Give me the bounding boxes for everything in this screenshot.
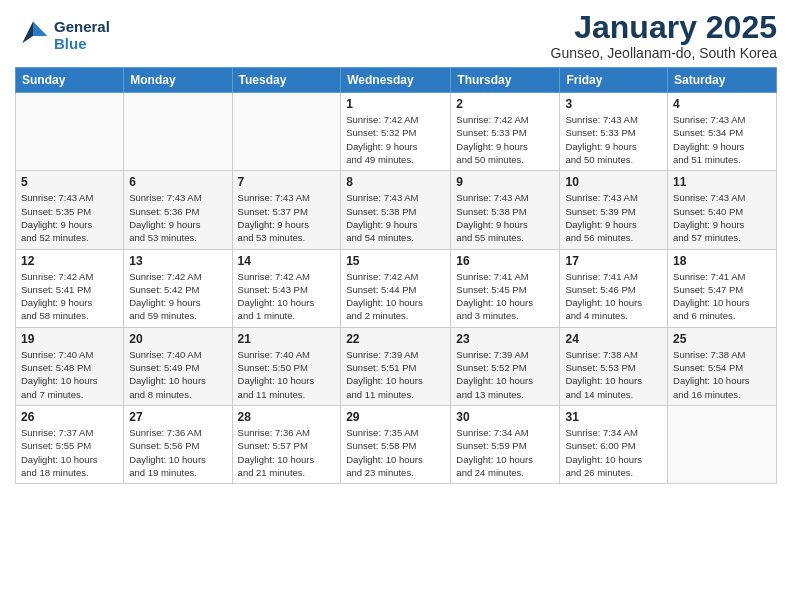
day-number: 7 (238, 175, 336, 189)
day-number: 19 (21, 332, 118, 346)
day-number: 3 (565, 97, 662, 111)
day-number: 28 (238, 410, 336, 424)
day-info: Sunrise: 7:42 AM Sunset: 5:33 PM Dayligh… (456, 113, 554, 166)
calendar-cell: 22Sunrise: 7:39 AM Sunset: 5:51 PM Dayli… (341, 327, 451, 405)
weekday-header-row: SundayMondayTuesdayWednesdayThursdayFrid… (16, 68, 777, 93)
day-info: Sunrise: 7:43 AM Sunset: 5:36 PM Dayligh… (129, 191, 226, 244)
day-info: Sunrise: 7:42 AM Sunset: 5:41 PM Dayligh… (21, 270, 118, 323)
calendar-cell: 14Sunrise: 7:42 AM Sunset: 5:43 PM Dayli… (232, 249, 341, 327)
calendar-cell: 30Sunrise: 7:34 AM Sunset: 5:59 PM Dayli… (451, 405, 560, 483)
day-info: Sunrise: 7:41 AM Sunset: 5:45 PM Dayligh… (456, 270, 554, 323)
calendar-cell (124, 93, 232, 171)
calendar-cell: 4Sunrise: 7:43 AM Sunset: 5:34 PM Daylig… (668, 93, 777, 171)
calendar-cell: 29Sunrise: 7:35 AM Sunset: 5:58 PM Dayli… (341, 405, 451, 483)
calendar-cell: 8Sunrise: 7:43 AM Sunset: 5:38 PM Daylig… (341, 171, 451, 249)
calendar-subtitle: Gunseo, Jeollanam-do, South Korea (551, 45, 777, 61)
day-number: 8 (346, 175, 445, 189)
day-number: 16 (456, 254, 554, 268)
day-number: 9 (456, 175, 554, 189)
day-number: 6 (129, 175, 226, 189)
calendar-table: SundayMondayTuesdayWednesdayThursdayFrid… (15, 67, 777, 484)
weekday-header-thursday: Thursday (451, 68, 560, 93)
day-info: Sunrise: 7:43 AM Sunset: 5:38 PM Dayligh… (346, 191, 445, 244)
day-info: Sunrise: 7:41 AM Sunset: 5:46 PM Dayligh… (565, 270, 662, 323)
day-info: Sunrise: 7:43 AM Sunset: 5:40 PM Dayligh… (673, 191, 771, 244)
day-number: 4 (673, 97, 771, 111)
day-info: Sunrise: 7:38 AM Sunset: 5:53 PM Dayligh… (565, 348, 662, 401)
day-number: 26 (21, 410, 118, 424)
weekday-header-saturday: Saturday (668, 68, 777, 93)
calendar-cell: 19Sunrise: 7:40 AM Sunset: 5:48 PM Dayli… (16, 327, 124, 405)
calendar-cell: 10Sunrise: 7:43 AM Sunset: 5:39 PM Dayli… (560, 171, 668, 249)
day-number: 13 (129, 254, 226, 268)
day-number: 14 (238, 254, 336, 268)
svg-marker-1 (22, 21, 33, 43)
calendar-cell: 16Sunrise: 7:41 AM Sunset: 5:45 PM Dayli… (451, 249, 560, 327)
calendar-title: January 2025 (551, 10, 777, 45)
calendar-cell: 26Sunrise: 7:37 AM Sunset: 5:55 PM Dayli… (16, 405, 124, 483)
calendar-cell: 13Sunrise: 7:42 AM Sunset: 5:42 PM Dayli… (124, 249, 232, 327)
day-info: Sunrise: 7:43 AM Sunset: 5:33 PM Dayligh… (565, 113, 662, 166)
calendar-cell: 31Sunrise: 7:34 AM Sunset: 6:00 PM Dayli… (560, 405, 668, 483)
weekday-header-sunday: Sunday (16, 68, 124, 93)
header: General Blue January 2025 Gunseo, Jeolla… (15, 10, 777, 67)
calendar-cell: 9Sunrise: 7:43 AM Sunset: 5:38 PM Daylig… (451, 171, 560, 249)
day-number: 5 (21, 175, 118, 189)
day-number: 21 (238, 332, 336, 346)
day-number: 2 (456, 97, 554, 111)
calendar-cell: 3Sunrise: 7:43 AM Sunset: 5:33 PM Daylig… (560, 93, 668, 171)
day-info: Sunrise: 7:39 AM Sunset: 5:51 PM Dayligh… (346, 348, 445, 401)
day-info: Sunrise: 7:40 AM Sunset: 5:48 PM Dayligh… (21, 348, 118, 401)
day-info: Sunrise: 7:36 AM Sunset: 5:57 PM Dayligh… (238, 426, 336, 479)
calendar-cell (16, 93, 124, 171)
day-number: 31 (565, 410, 662, 424)
day-number: 29 (346, 410, 445, 424)
day-info: Sunrise: 7:42 AM Sunset: 5:32 PM Dayligh… (346, 113, 445, 166)
day-number: 23 (456, 332, 554, 346)
day-number: 27 (129, 410, 226, 424)
day-info: Sunrise: 7:41 AM Sunset: 5:47 PM Dayligh… (673, 270, 771, 323)
day-number: 18 (673, 254, 771, 268)
day-info: Sunrise: 7:42 AM Sunset: 5:42 PM Dayligh… (129, 270, 226, 323)
day-number: 1 (346, 97, 445, 111)
day-info: Sunrise: 7:43 AM Sunset: 5:35 PM Dayligh… (21, 191, 118, 244)
calendar-cell: 28Sunrise: 7:36 AM Sunset: 5:57 PM Dayli… (232, 405, 341, 483)
page: General Blue January 2025 Gunseo, Jeolla… (0, 0, 792, 612)
calendar-cell: 20Sunrise: 7:40 AM Sunset: 5:49 PM Dayli… (124, 327, 232, 405)
title-block: January 2025 Gunseo, Jeollanam-do, South… (551, 10, 777, 61)
day-info: Sunrise: 7:43 AM Sunset: 5:34 PM Dayligh… (673, 113, 771, 166)
weekday-header-friday: Friday (560, 68, 668, 93)
calendar-week-row: 1Sunrise: 7:42 AM Sunset: 5:32 PM Daylig… (16, 93, 777, 171)
day-info: Sunrise: 7:40 AM Sunset: 5:50 PM Dayligh… (238, 348, 336, 401)
calendar-cell: 23Sunrise: 7:39 AM Sunset: 5:52 PM Dayli… (451, 327, 560, 405)
calendar-cell: 11Sunrise: 7:43 AM Sunset: 5:40 PM Dayli… (668, 171, 777, 249)
calendar-week-row: 5Sunrise: 7:43 AM Sunset: 5:35 PM Daylig… (16, 171, 777, 249)
day-number: 30 (456, 410, 554, 424)
day-number: 10 (565, 175, 662, 189)
calendar-cell: 2Sunrise: 7:42 AM Sunset: 5:33 PM Daylig… (451, 93, 560, 171)
day-info: Sunrise: 7:36 AM Sunset: 5:56 PM Dayligh… (129, 426, 226, 479)
logo-icon (15, 18, 51, 54)
calendar-week-row: 19Sunrise: 7:40 AM Sunset: 5:48 PM Dayli… (16, 327, 777, 405)
day-info: Sunrise: 7:34 AM Sunset: 6:00 PM Dayligh… (565, 426, 662, 479)
day-number: 11 (673, 175, 771, 189)
calendar-cell: 27Sunrise: 7:36 AM Sunset: 5:56 PM Dayli… (124, 405, 232, 483)
day-info: Sunrise: 7:43 AM Sunset: 5:37 PM Dayligh… (238, 191, 336, 244)
day-info: Sunrise: 7:43 AM Sunset: 5:38 PM Dayligh… (456, 191, 554, 244)
day-info: Sunrise: 7:40 AM Sunset: 5:49 PM Dayligh… (129, 348, 226, 401)
logo-line1: General (54, 18, 110, 35)
calendar-cell: 17Sunrise: 7:41 AM Sunset: 5:46 PM Dayli… (560, 249, 668, 327)
day-info: Sunrise: 7:39 AM Sunset: 5:52 PM Dayligh… (456, 348, 554, 401)
weekday-header-tuesday: Tuesday (232, 68, 341, 93)
day-info: Sunrise: 7:37 AM Sunset: 5:55 PM Dayligh… (21, 426, 118, 479)
calendar-cell: 24Sunrise: 7:38 AM Sunset: 5:53 PM Dayli… (560, 327, 668, 405)
day-info: Sunrise: 7:35 AM Sunset: 5:58 PM Dayligh… (346, 426, 445, 479)
calendar-week-row: 26Sunrise: 7:37 AM Sunset: 5:55 PM Dayli… (16, 405, 777, 483)
weekday-header-wednesday: Wednesday (341, 68, 451, 93)
day-number: 12 (21, 254, 118, 268)
calendar-cell: 21Sunrise: 7:40 AM Sunset: 5:50 PM Dayli… (232, 327, 341, 405)
day-number: 24 (565, 332, 662, 346)
day-number: 25 (673, 332, 771, 346)
logo: General Blue (15, 18, 110, 54)
calendar-cell: 5Sunrise: 7:43 AM Sunset: 5:35 PM Daylig… (16, 171, 124, 249)
